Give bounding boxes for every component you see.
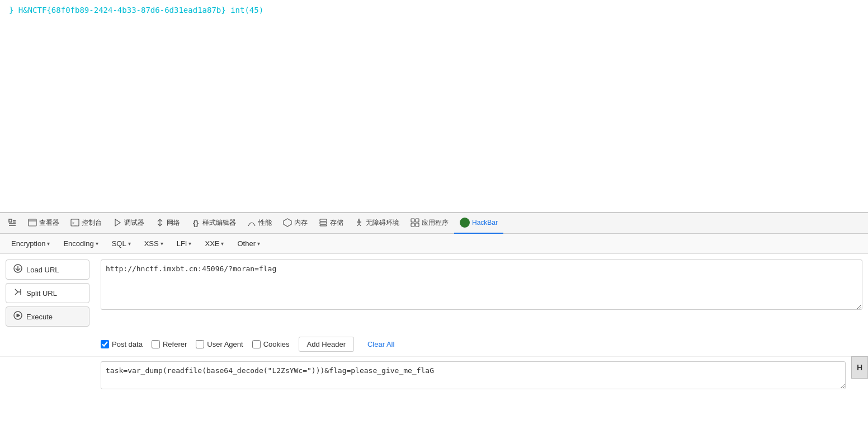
post-data-area: task=var_dump(readfile(base64_decode("L2… (0, 357, 868, 395)
load-url-icon (13, 263, 23, 276)
user-agent-checkbox[interactable] (196, 340, 204, 348)
devtools-debugger[interactable]: 调试器 (107, 213, 150, 234)
xxe-chevron-icon: ▾ (221, 240, 224, 247)
devtools-accessibility-label: 无障碍环境 (366, 218, 399, 228)
menu-other-label: Other (237, 239, 256, 248)
post-data-textarea[interactable]: task=var_dump(readfile(base64_decode("L2… (101, 361, 846, 389)
referer-checkbox[interactable] (152, 340, 160, 348)
menu-xxe-label: XXE (205, 239, 219, 248)
devtools-apps[interactable]: 应用程序 (405, 213, 454, 234)
cookies-checkbox-item[interactable]: Cookies (252, 340, 290, 348)
execute-icon (13, 310, 23, 323)
sql-chevron-icon: ▾ (128, 240, 131, 247)
clear-all-button[interactable]: Clear All (363, 337, 399, 351)
hackbar-main-area: Load URL Split URL (0, 254, 868, 332)
menu-lfi[interactable]: LFI ▾ (171, 237, 197, 250)
user-agent-label: User Agent (207, 340, 243, 348)
cookies-label: Cookies (263, 340, 290, 348)
devtools-style-editor[interactable]: {} 样式编辑器 (186, 213, 242, 234)
menu-encryption-label: Encryption (11, 239, 45, 248)
encoding-chevron-icon: ▾ (96, 240, 98, 247)
h-button-label: H (857, 363, 862, 372)
devtools-network-label: 网络 (167, 218, 180, 228)
devtools-storage-label: 存储 (330, 218, 343, 228)
svg-marker-26 (17, 314, 20, 317)
referer-label: Referer (163, 340, 187, 348)
split-url-label: Split URL (26, 289, 57, 298)
devtools-memory[interactable]: 内存 (277, 213, 313, 234)
svg-line-19 (359, 224, 361, 226)
svg-rect-5 (29, 219, 36, 226)
devtools-storage[interactable]: 存储 (313, 213, 349, 234)
hackbar-left-buttons: Load URL Split URL (6, 260, 95, 327)
referer-checkbox-item[interactable]: Referer (152, 340, 187, 348)
svg-rect-22 (411, 223, 414, 227)
hackbar-globe-icon (460, 218, 470, 228)
post-data-label: Post data (112, 340, 143, 348)
svg-rect-14 (320, 225, 327, 226)
menu-xss-label: XSS (144, 239, 159, 248)
load-url-label: Load URL (26, 266, 59, 274)
post-data-checkbox-item[interactable]: Post data (101, 340, 143, 348)
add-header-label: Add Header (307, 340, 346, 348)
load-url-button[interactable]: Load URL (6, 260, 89, 280)
devtools-performance-label: 性能 (258, 218, 272, 228)
devtools-performance[interactable]: 性能 (242, 213, 277, 234)
menu-xss[interactable]: XSS ▾ (139, 237, 169, 250)
checkboxes-row: Post data Referer User Agent Cookies Add… (0, 332, 868, 357)
devtools-apps-label: 应用程序 (422, 218, 449, 228)
svg-marker-11 (284, 219, 291, 227)
devtools-inspect-icon[interactable] (2, 213, 22, 234)
devtools-debugger-label: 调试器 (124, 218, 144, 228)
menu-lfi-label: LFI (177, 239, 187, 248)
menu-sql-label: SQL (112, 239, 126, 248)
svg-point-15 (358, 219, 360, 221)
split-url-button[interactable]: Split URL (6, 283, 89, 303)
post-data-checkbox[interactable] (101, 340, 109, 348)
svg-rect-13 (320, 222, 327, 224)
devtools-viewer[interactable]: 查看器 (22, 213, 65, 234)
devtools-viewer-label: 查看器 (39, 218, 59, 228)
code-output: } H&NCTF{68f0fb89-2424-4b33-87d6-6d31ead… (9, 6, 859, 15)
devtools-memory-label: 内存 (294, 218, 308, 228)
devtools-network[interactable]: 网络 (150, 213, 186, 234)
hackbar-panel: Encryption ▾ Encoding ▾ SQL ▾ XSS ▾ LFI … (0, 234, 868, 395)
other-chevron-icon: ▾ (257, 240, 260, 247)
url-input-area: http://hnctf.imxbt.cn:45096/?moran=flag (101, 260, 862, 312)
execute-button[interactable]: Execute (6, 306, 89, 327)
add-header-button[interactable]: Add Header (299, 337, 354, 352)
split-url-icon (13, 287, 23, 299)
menu-xxe[interactable]: XXE ▾ (199, 237, 229, 250)
svg-line-18 (357, 224, 359, 226)
h-button[interactable]: H (851, 356, 868, 379)
svg-marker-9 (115, 219, 120, 226)
clear-all-label: Clear All (367, 340, 394, 348)
svg-rect-12 (320, 219, 327, 221)
menu-encoding-label: Encoding (63, 239, 93, 248)
devtools-toolbar: 查看器 >_ 控制台 调试器 网络 {} 样式编辑器 (0, 213, 868, 234)
menu-encoding[interactable]: Encoding ▾ (58, 237, 103, 250)
top-content-area: } H&NCTF{68f0fb89-2424-4b33-87d6-6d31ead… (0, 0, 868, 213)
menu-encryption[interactable]: Encryption ▾ (6, 237, 55, 250)
devtools-console[interactable]: >_ 控制台 (65, 213, 107, 234)
xss-chevron-icon: ▾ (161, 240, 163, 247)
menu-other[interactable]: Other ▾ (232, 237, 266, 250)
devtools-console-label: 控制台 (82, 218, 102, 228)
svg-rect-0 (9, 219, 12, 222)
svg-rect-21 (416, 219, 419, 222)
hackbar-menu-bar: Encryption ▾ Encoding ▾ SQL ▾ XSS ▾ LFI … (0, 234, 868, 254)
url-textarea[interactable]: http://hnctf.imxbt.cn:45096/?moran=flag (101, 260, 862, 310)
cookies-checkbox[interactable] (252, 340, 261, 348)
svg-text:>_: >_ (72, 221, 77, 225)
lfi-chevron-icon: ▾ (188, 240, 191, 247)
devtools-hackbar[interactable]: HackBar (454, 213, 503, 234)
user-agent-checkbox-item[interactable]: User Agent (196, 340, 243, 348)
menu-sql[interactable]: SQL ▾ (106, 237, 136, 250)
execute-label: Execute (26, 313, 53, 321)
encryption-chevron-icon: ▾ (47, 240, 50, 247)
devtools-style-editor-label: 样式编辑器 (202, 218, 236, 228)
devtools-accessibility[interactable]: 无障碍环境 (349, 213, 405, 234)
svg-rect-23 (416, 223, 419, 227)
devtools-hackbar-label: HackBar (472, 219, 498, 227)
svg-rect-20 (411, 219, 414, 222)
